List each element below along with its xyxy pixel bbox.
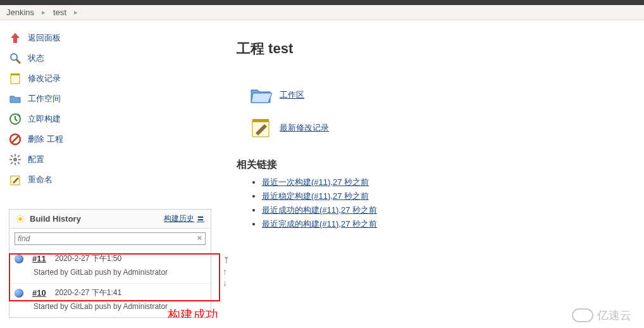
arrow-top-icon[interactable]: ⤒ xyxy=(223,256,230,265)
workspace-link[interactable]: 工作区 xyxy=(280,89,304,101)
gear-icon xyxy=(9,153,22,166)
svg-rect-27 xyxy=(252,119,269,122)
changes-icon xyxy=(249,117,272,139)
chevron-right-icon: ▸ xyxy=(74,8,78,16)
svg-line-1 xyxy=(16,60,20,63)
build-meta: Started by GitLab push by Administrator xyxy=(15,268,206,277)
build-nav-arrows: ⤒ ↑ ↓ xyxy=(223,256,230,287)
folder-open-icon xyxy=(249,84,272,106)
trend-icon: 〓 xyxy=(197,213,204,224)
sidebar-item-label: 修改记录 xyxy=(28,73,61,84)
svg-point-17 xyxy=(18,217,22,221)
svg-line-22 xyxy=(17,216,18,217)
svg-rect-3 xyxy=(11,73,20,75)
breadcrumb: Jenkins ▸ test ▸ xyxy=(0,5,644,20)
related-link[interactable]: 最近一次构建(#11),27 秒之前 xyxy=(262,177,369,187)
sidebar-item-back[interactable]: 返回面板 xyxy=(9,28,211,48)
sidebar-item-status[interactable]: 状态 xyxy=(9,48,211,68)
clock-icon xyxy=(9,113,22,125)
arrow-up-icon[interactable]: ↑ xyxy=(223,267,230,276)
svg-rect-2 xyxy=(11,75,20,84)
build-timestamp: 2020-2-27 下午1:50 xyxy=(55,253,121,264)
clear-icon[interactable]: × xyxy=(197,233,202,243)
sidebar-item-workspace[interactable]: 工作空间 xyxy=(9,89,211,109)
breadcrumb-root[interactable]: Jenkins xyxy=(6,8,34,17)
notepad-icon xyxy=(9,72,22,85)
svg-line-14 xyxy=(11,162,13,164)
build-timestamp: 2020-2-27 下午1:41 xyxy=(55,287,121,298)
sidebar-item-label: 返回面板 xyxy=(28,32,61,44)
status-ball-icon xyxy=(15,289,23,298)
sidebar-item-label: 状态 xyxy=(28,53,44,64)
svg-line-13 xyxy=(18,162,20,164)
build-history-trend-link[interactable]: 构建历史 〓 xyxy=(164,213,204,224)
svg-point-0 xyxy=(11,54,17,60)
svg-line-15 xyxy=(18,155,20,157)
svg-line-6 xyxy=(11,136,19,143)
build-number-link[interactable]: #11 xyxy=(32,254,46,263)
build-history-search-input[interactable] xyxy=(15,232,206,245)
build-history-panel: Build History 构建历史 〓 × #11 2020-2-27 下午1… xyxy=(9,209,211,318)
sidebar-item-label: 立即构建 xyxy=(28,113,61,125)
sidebar-item-label: 重命名 xyxy=(28,174,53,186)
sidebar-item-label: 配置 xyxy=(28,154,44,165)
topbar xyxy=(0,0,644,5)
svg-line-23 xyxy=(23,221,23,222)
svg-line-24 xyxy=(17,221,18,222)
related-links-list: 最近一次构建(#11),27 秒之前 最近稳定构建(#11),27 秒之前 最近… xyxy=(237,177,631,230)
breadcrumb-project[interactable]: test xyxy=(53,8,66,17)
build-history-title: Build History xyxy=(30,214,81,224)
recent-changes-link[interactable]: 最新修改记录 xyxy=(280,122,329,134)
svg-point-7 xyxy=(13,158,17,161)
build-row[interactable]: #11 2020-2-27 下午1:50 Started by GitLab p… xyxy=(9,249,211,283)
sidebar-item-changes[interactable]: 修改记录 xyxy=(9,68,211,89)
page-title: 工程 test xyxy=(237,39,631,58)
svg-line-25 xyxy=(23,216,23,217)
related-link[interactable]: 最近稳定构建(#11),27 秒之前 xyxy=(262,191,369,201)
status-ball-icon xyxy=(15,255,23,263)
sidebar-item-build-now[interactable]: 立即构建 xyxy=(9,109,211,129)
arrow-down-icon[interactable]: ↓ xyxy=(223,279,230,287)
chevron-right-icon: ▸ xyxy=(42,8,46,16)
related-links-heading: 相关链接 xyxy=(237,158,631,172)
svg-line-12 xyxy=(11,155,13,157)
arrow-up-icon xyxy=(9,32,22,44)
sidebar-item-label: 工作空间 xyxy=(28,93,61,104)
annotation-text: 构建成功 xyxy=(168,306,218,318)
search-icon xyxy=(9,52,22,65)
folder-icon xyxy=(9,92,22,105)
sidebar-item-delete[interactable]: 删除 工程 xyxy=(9,129,211,149)
build-number-link[interactable]: #10 xyxy=(32,288,46,298)
sun-icon xyxy=(16,215,25,224)
sidebar-item-configure[interactable]: 配置 xyxy=(9,149,211,170)
sidebar-item-label: 删除 工程 xyxy=(28,134,63,145)
sidebar-item-rename[interactable]: 重命名 xyxy=(9,170,211,190)
forbidden-icon xyxy=(9,133,22,146)
watermark: 亿速云 xyxy=(572,308,631,318)
related-link[interactable]: 最近成功的构建(#11),27 秒之前 xyxy=(262,205,377,215)
sidebar-menu: 返回面板 状态 修改记录 工作空间 立即构建 删除 工程 xyxy=(9,28,211,190)
related-link[interactable]: 最近完成的构建(#11),27 秒之前 xyxy=(262,219,377,229)
cloud-icon xyxy=(572,308,593,318)
edit-icon xyxy=(9,173,22,186)
